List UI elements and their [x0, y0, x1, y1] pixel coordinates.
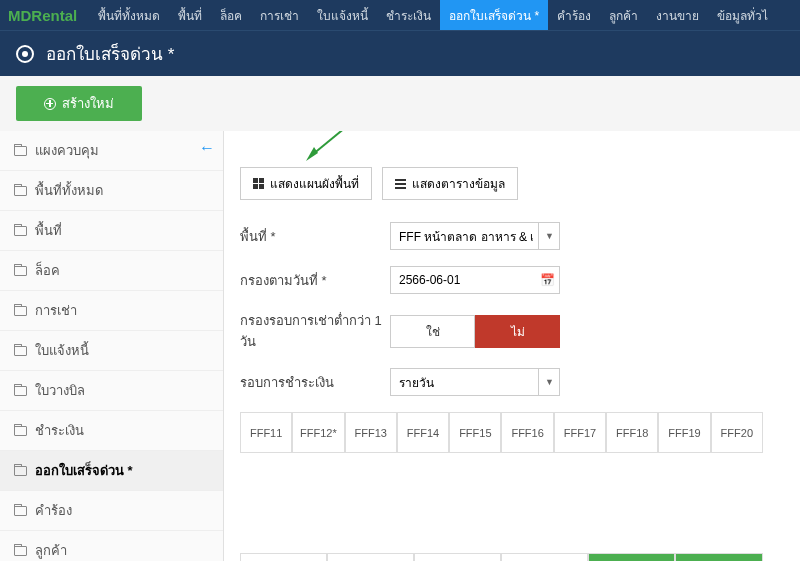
lot-tile[interactable]: FFF11: [240, 412, 292, 453]
sidebar-item-label: ใบแจ้งหนี้: [35, 340, 89, 361]
plus-icon: [44, 98, 56, 110]
sidebar-item-label: ใบวางบิล: [35, 380, 85, 401]
lot-tile[interactable]: FFF3: [414, 553, 501, 561]
svg-line-0: [312, 131, 357, 155]
folder-icon: [14, 186, 27, 196]
top-nav: MDRental พื้นที่ทั้งหมดพื้นที่ล็อคการเช่…: [0, 0, 800, 30]
lot-tile[interactable]: FFF18: [606, 412, 658, 453]
folder-icon: [14, 266, 27, 276]
lot-tile[interactable]: FFF20: [711, 412, 763, 453]
sidebar-item-label: แผงควบคุม: [35, 140, 99, 161]
sidebar-item-label: พื้นที่ทั้งหมด: [35, 180, 103, 201]
lot-tile[interactable]: FFF12*: [292, 412, 344, 453]
brand-logo: MDRental: [0, 7, 89, 24]
tile-grid-top: FFF11FFF12*FFF13FFF14FFF15FFF16FFF17FFF1…: [240, 412, 763, 453]
sidebar-item[interactable]: ใบแจ้งหนี้: [0, 331, 223, 371]
topnav-item[interactable]: การเช่า: [251, 0, 308, 30]
area-select[interactable]: [390, 222, 560, 250]
lot-tile[interactable]: FFF19: [658, 412, 710, 453]
topnav-item[interactable]: พื้นที่ทั้งหมด: [89, 0, 169, 30]
folder-icon: [14, 306, 27, 316]
topnav-item[interactable]: ใบแจ้งหนี้: [308, 0, 377, 30]
topnav-item[interactable]: งานขาย: [647, 0, 708, 30]
topnav-item[interactable]: คำร้อง: [548, 0, 600, 30]
min1-toggle: ใช่ ไม่: [390, 315, 560, 348]
lot-tile[interactable]: FFF4: [501, 553, 588, 561]
grid-icon: [253, 178, 264, 189]
sidebar-item[interactable]: ออกใบเสร็จด่วน *: [0, 451, 223, 491]
date-label: กรองตามวันที่ *: [240, 270, 390, 291]
topnav-item[interactable]: ข้อมูลทั่วไ: [708, 0, 777, 30]
view-toolbar: แสดงแผนผังพื้นที่ แสดงตารางข้อมูล: [240, 167, 784, 200]
sidebar-item[interactable]: คำร้อง: [0, 491, 223, 531]
lot-tile[interactable]: FFF5: [588, 553, 675, 561]
annotation-arrow: [302, 131, 362, 163]
min1-no-button[interactable]: ไม่: [475, 315, 560, 348]
action-bar: สร้างใหม่: [0, 76, 800, 131]
lot-tile[interactable]: FFF14: [397, 412, 449, 453]
plan-view-label: แสดงแผนผังพื้นที่: [270, 174, 359, 193]
sidebar-item-label: การเช่า: [35, 300, 77, 321]
topnav-item[interactable]: ชำระเงิน: [377, 0, 440, 30]
collapse-icon[interactable]: ←: [199, 139, 215, 157]
sidebar-item-label: พื้นที่: [35, 220, 62, 241]
plan-view-button[interactable]: แสดงแผนผังพื้นที่: [240, 167, 372, 200]
page-header: ออกใบเสร็จด่วน *: [0, 30, 800, 76]
sidebar-item[interactable]: พื้นที่ทั้งหมด: [0, 171, 223, 211]
chevron-down-icon[interactable]: ▼: [538, 368, 560, 396]
sidebar-item[interactable]: ใบวางบิล: [0, 371, 223, 411]
topnav-item[interactable]: ออกใบเสร็จด่วน *: [440, 0, 548, 30]
sidebar-item[interactable]: ล็อค: [0, 251, 223, 291]
lot-tile[interactable]: FFF6: [675, 553, 762, 561]
cycle-label: รอบการชำระเงิน: [240, 372, 390, 393]
chevron-down-icon[interactable]: ▼: [538, 222, 560, 250]
min1-yes-button[interactable]: ใช่: [390, 315, 475, 348]
area-label: พื้นที่ *: [240, 226, 390, 247]
topnav-item[interactable]: พื้นที่: [169, 0, 211, 30]
svg-marker-1: [306, 147, 318, 161]
new-button[interactable]: สร้างใหม่: [16, 86, 142, 121]
target-icon: [16, 45, 34, 63]
folder-icon: [14, 146, 27, 156]
table-view-button[interactable]: แสดงตารางข้อมูล: [382, 167, 518, 200]
sidebar-item[interactable]: ลูกค้า: [0, 531, 223, 561]
folder-icon: [14, 466, 27, 476]
cycle-select[interactable]: [390, 368, 560, 396]
lot-tile[interactable]: FFF2: [327, 553, 414, 561]
date-input[interactable]: [390, 266, 560, 294]
folder-icon: [14, 226, 27, 236]
folder-icon: [14, 506, 27, 516]
table-view-label: แสดงตารางข้อมูล: [412, 174, 505, 193]
sidebar-item-label: คำร้อง: [35, 500, 72, 521]
lot-tile[interactable]: FFF17: [554, 412, 606, 453]
sidebar-item-label: ล็อค: [35, 260, 60, 281]
main-content: แสดงแผนผังพื้นที่ แสดงตารางข้อมูล พื้นที…: [224, 131, 800, 561]
sidebar-item[interactable]: แผงควบคุม: [0, 131, 223, 171]
sidebar: ← แผงควบคุมพื้นที่ทั้งหมดพื้นที่ล็อคการเ…: [0, 131, 224, 561]
folder-icon: [14, 346, 27, 356]
sidebar-item[interactable]: ชำระเงิน: [0, 411, 223, 451]
lot-tile[interactable]: FFF16: [501, 412, 553, 453]
topnav-item[interactable]: ลูกค้า: [600, 0, 647, 30]
folder-icon: [14, 386, 27, 396]
page-title: ออกใบเสร็จด่วน *: [46, 40, 174, 67]
lot-tile[interactable]: FFF15: [449, 412, 501, 453]
folder-icon: [14, 546, 27, 556]
sidebar-item-label: ชำระเงิน: [35, 420, 84, 441]
lot-tile[interactable]: FFF13: [345, 412, 397, 453]
min1-label: กรองรอบการเช่าต่ำกว่า 1 วัน: [240, 310, 390, 352]
folder-icon: [14, 426, 27, 436]
calendar-icon[interactable]: 📅: [536, 266, 560, 294]
lot-tile[interactable]: FFF1: [240, 553, 327, 561]
sidebar-item-label: ลูกค้า: [35, 540, 67, 561]
sidebar-item[interactable]: พื้นที่: [0, 211, 223, 251]
topnav-item[interactable]: ล็อค: [211, 0, 251, 30]
tile-grid-bottom: FFF1FFF2FFF3FFF4FFF5FFF6: [240, 553, 763, 561]
new-button-label: สร้างใหม่: [62, 93, 114, 114]
sidebar-item[interactable]: การเช่า: [0, 291, 223, 331]
sidebar-item-label: ออกใบเสร็จด่วน *: [35, 460, 133, 481]
list-icon: [395, 179, 406, 189]
